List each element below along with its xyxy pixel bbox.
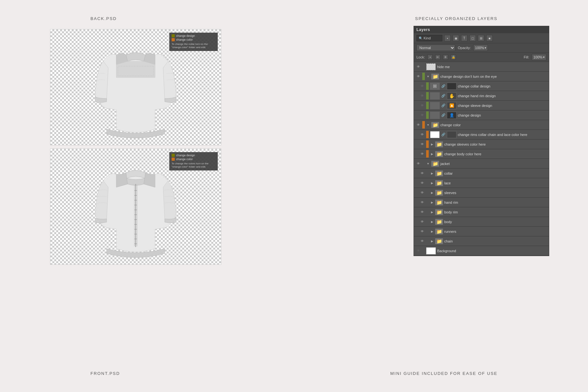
chain-icon: 🔗 [441, 103, 446, 108]
layer-name: change collar design [458, 84, 547, 88]
layer-change-body-color[interactable]: 👁 ▶ 📁 change body color here [414, 149, 549, 159]
layer-change-color-folder[interactable]: 👁 ▼ 📁 change color [414, 120, 549, 130]
eye-icon[interactable]: 👁 [416, 122, 421, 128]
expand-icon[interactable]: ▼ [426, 75, 430, 78]
expand-icon[interactable]: ▶ [430, 201, 434, 204]
eye-icon[interactable]: 👁 [420, 229, 425, 234]
lock-pixel-icon[interactable]: ▪ [427, 55, 433, 60]
layer-hide-me[interactable]: 👁 hide me [414, 62, 549, 72]
folder-icon: 📁 [435, 219, 443, 225]
layer-background[interactable]: 👁 Background [414, 246, 549, 256]
layer-collar-folder[interactable]: 👁 ▶ 📁 collar [414, 169, 549, 178]
eye-icon[interactable]: 👁 [420, 219, 425, 224]
eye-icon[interactable]: 👁 [420, 113, 425, 118]
front-psd-frame: change design change color To change the… [50, 149, 221, 265]
layer-thumb [430, 112, 440, 119]
back-mini-ui: change design change color To change the… [169, 33, 218, 51]
expand-icon[interactable]: ▼ [426, 162, 430, 166]
blending-mode-select[interactable]: Normal Multiply Screen [416, 45, 455, 51]
expand-icon[interactable]: ▼ [426, 123, 430, 127]
layer-change-sleeves-color[interactable]: 👁 ▶ 📁 change sleeves color here [414, 139, 549, 149]
layer-change-design[interactable]: 👁 🔗 👤 change design [414, 110, 549, 120]
layer-mask-thumb: 👤 [447, 112, 457, 119]
layers-shape-icon[interactable]: ◻ [469, 35, 476, 41]
fill-input[interactable]: 100% ▼ [532, 54, 546, 60]
layer-name: change design don't turn on the eye [440, 75, 547, 78]
expand-icon[interactable]: ▶ [430, 171, 434, 175]
eye-icon[interactable]: 👁 [420, 200, 425, 205]
eye-icon[interactable]: 👁 [420, 93, 425, 98]
lock-draw-icon[interactable]: ✏ [435, 55, 440, 60]
expand-icon[interactable]: ▶ [430, 181, 434, 185]
layer-name: hand rim [444, 201, 547, 204]
layer-name: hide me [437, 65, 547, 69]
expand-icon[interactable]: ▶ [430, 230, 434, 233]
lock-label: Lock: [416, 55, 425, 59]
chain-icon: 🔗 [441, 94, 446, 98]
lock-all-icon[interactable]: 🔒 [451, 55, 456, 60]
expand-icon[interactable]: ▶ [430, 210, 434, 214]
expand-icon[interactable]: ▶ [430, 220, 434, 224]
layer-mask-thumb: ✋ [447, 92, 457, 99]
layer-change-rims[interactable]: 👁 🔗 change rims collar chain and lace co… [414, 130, 549, 139]
folder-icon: 📁 [435, 180, 443, 186]
eye-icon[interactable]: 👁 [416, 248, 421, 253]
layer-body-rim-folder[interactable]: 👁 ▶ 📁 body rim [414, 207, 549, 217]
layers-lock-row: Lock: ▪ ✏ ✛ 🔒 Fill: 100% ▼ [414, 53, 549, 62]
expand-icon[interactable]: ▶ [430, 191, 434, 195]
layer-mask-thumb [447, 131, 457, 138]
opacity-label: Opacity: [458, 46, 471, 50]
layers-title-label: SPECIALLY ORGANIZED LAYERS [415, 16, 498, 21]
layer-sleeves-folder[interactable]: 👁 ▶ 📁 sleeves [414, 188, 549, 198]
opacity-input[interactable]: 100% ▼ [473, 45, 488, 51]
layers-search-input[interactable]: 🔍 Kind [416, 35, 442, 41]
eye-icon[interactable]: 👁 [420, 190, 425, 195]
eye-icon[interactable]: 👁 [420, 84, 425, 89]
layer-change-design-folder[interactable]: 👁 ▼ 📁 change design don't turn on the ey… [414, 72, 549, 81]
lock-move-icon[interactable]: ✛ [443, 55, 448, 60]
folder-icon: 📁 [435, 229, 443, 234]
layer-name: body rim [444, 210, 547, 214]
eye-icon[interactable]: 👁 [420, 181, 425, 186]
expand-icon[interactable]: ▶ [430, 152, 434, 156]
eye-icon[interactable]: 👁 [420, 103, 425, 108]
layer-change-collar[interactable]: 👁 🔗 change collar design [414, 81, 549, 91]
eye-icon[interactable]: 👁 [416, 161, 421, 166]
folder-icon: 📁 [435, 170, 443, 176]
folder-icon: 📁 [435, 200, 443, 205]
layer-thumb [430, 102, 440, 109]
eye-icon[interactable]: 👁 [420, 171, 425, 176]
expand-icon[interactable]: ▶ [430, 142, 434, 146]
folder-icon: 📁 [431, 74, 439, 79]
front-psd-label: FRONT.psd [90, 371, 120, 376]
layers-toolbar: 🔍 Kind ▪ ◉ T ◻ ⊞ ■ [414, 33, 549, 43]
eye-icon[interactable]: 👁 [420, 210, 425, 215]
layers-adj-icon[interactable]: ◉ [453, 35, 459, 41]
layer-jacket-folder[interactable]: 👁 ▼ 📁 jacket [414, 159, 549, 169]
eye-icon[interactable]: 👁 [420, 142, 425, 147]
eye-icon[interactable]: 👁 [416, 64, 421, 69]
layers-type-icon[interactable]: T [461, 35, 467, 41]
layer-name: change design [458, 113, 547, 117]
layer-lace-folder[interactable]: 👁 ▶ 📁 lace [414, 178, 549, 188]
layer-change-hand-rim[interactable]: 👁 🔗 ✋ change hand rim design [414, 91, 549, 101]
layer-mask-thumb [447, 83, 457, 90]
layer-name: change color [440, 123, 547, 127]
layers-more-icon[interactable]: ■ [486, 35, 493, 41]
expand-icon[interactable]: ▶ [430, 239, 434, 243]
layer-name: change rims collar chain and lace color … [458, 133, 547, 137]
layers-pixel-icon[interactable]: ▪ [444, 35, 451, 41]
layer-body-folder[interactable]: 👁 ▶ 📁 body [414, 217, 549, 227]
back-psd-frame: change design change color To change the… [50, 29, 221, 145]
layer-change-sleeve[interactable]: 👁 🔗 🔼 change sleeve design [414, 101, 549, 110]
eye-icon[interactable]: 👁 [420, 151, 425, 157]
eye-icon[interactable]: 👁 [420, 132, 425, 137]
layer-runners-folder[interactable]: 👁 ▶ 📁 runners [414, 227, 549, 236]
folder-icon: 📁 [435, 141, 443, 147]
eye-icon[interactable]: 👁 [420, 239, 425, 244]
layer-chain-folder[interactable]: 👁 ▶ 📁 chain [414, 236, 549, 246]
layer-name: change hand rim design [458, 94, 547, 98]
layers-smart-icon[interactable]: ⊞ [478, 35, 484, 41]
eye-icon[interactable]: 👁 [416, 74, 421, 79]
layer-hand-rim-folder[interactable]: 👁 ▶ 📁 hand rim [414, 198, 549, 207]
